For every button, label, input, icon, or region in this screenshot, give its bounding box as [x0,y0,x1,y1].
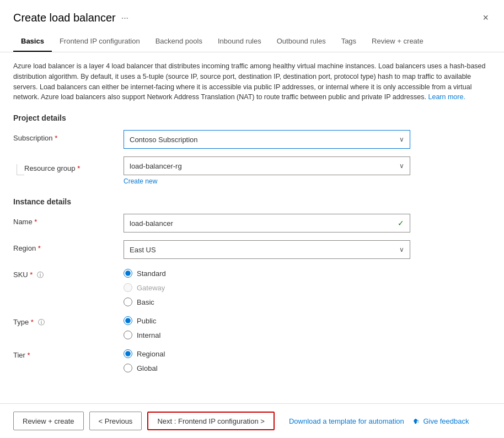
resource-group-label: Resource group * [24,160,80,172]
type-public-radio[interactable] [124,316,132,325]
type-public-option[interactable]: Public [124,316,410,325]
sku-gateway-label: Gateway [137,284,165,292]
sku-standard-label: Standard [137,269,166,278]
rg-chevron-icon: ∨ [399,162,404,170]
type-required: * [31,318,34,326]
tier-required: * [28,351,30,359]
name-row: Name * load-balancer ✓ [13,214,491,232]
sku-basic-radio[interactable] [124,298,132,306]
project-details-title: Project details [13,113,491,122]
instance-details-section: Instance details Name * load-balancer ✓ … [13,197,491,372]
region-required: * [38,244,41,252]
type-row: Type * ⓘ Public Internal [13,314,491,339]
feedback-link[interactable]: 🗣 Give feedback [413,417,469,425]
sku-gateway-option: Gateway [124,283,410,292]
tree-connector [13,160,24,175]
sku-basic-option[interactable]: Basic [124,298,410,306]
subscription-label: Subscription * [13,130,124,142]
learn-more-link[interactable]: Learn more. [428,93,465,101]
name-input[interactable]: load-balancer ✓ [124,214,410,232]
tier-global-label: Global [137,364,158,372]
tier-regional-radio[interactable] [124,349,132,358]
previous-button[interactable]: < Previous [89,412,142,430]
tab-backend-pools[interactable]: Backend pools [148,31,210,52]
sku-radio-group: Standard Gateway Basic [124,267,410,306]
instance-details-title: Instance details [13,197,491,206]
resource-group-select[interactable]: load-balancer-rg ∨ [124,156,410,175]
rg-required: * [77,164,80,172]
dialog-title: Create load balancer [13,12,116,24]
project-details-section: Project details Subscription * Contoso S… [13,113,491,185]
sku-standard-option[interactable]: Standard [124,269,410,278]
name-check-icon: ✓ [398,219,404,228]
next-button[interactable]: Next : Frontend IP configuration > [147,412,275,430]
subscription-row: Subscription * Contoso Subscription ∨ [13,130,491,149]
region-label: Region * [13,240,124,252]
type-internal-label: Internal [137,331,160,339]
sku-row: SKU * ⓘ Standard Gateway [13,267,491,306]
type-radio-group: Public Internal [124,314,410,339]
tier-control: Regional Global [124,347,410,372]
tier-global-option[interactable]: Global [124,364,410,372]
subscription-required: * [55,134,57,142]
header-title-group: Create load balancer ··· [13,12,128,24]
region-select[interactable]: East US ∨ [124,240,410,259]
tab-frontend-ip[interactable]: Frontend IP configuration [52,31,148,52]
create-load-balancer-dialog: Create load balancer ··· × Basics Fronte… [0,0,504,438]
sku-gateway-radio [124,283,132,292]
type-control: Public Internal [124,314,410,339]
resource-group-control: load-balancer-rg ∨ Create new [124,156,410,185]
sku-basic-label: Basic [137,298,154,306]
type-label: Type * ⓘ [13,314,124,327]
region-chevron-icon: ∨ [399,246,404,253]
tier-row: Tier * Regional Global [13,347,491,372]
subscription-chevron-icon: ∨ [399,136,404,143]
tier-radio-group: Regional Global [124,347,410,372]
sku-info-icon[interactable]: ⓘ [37,271,44,279]
create-new-link[interactable]: Create new [124,177,157,185]
resource-group-label-area: Resource group * [13,156,124,175]
tab-outbound-rules[interactable]: Outbound rules [269,31,334,52]
tab-basics[interactable]: Basics [13,31,52,52]
type-internal-option[interactable]: Internal [124,331,410,339]
main-content: Azure load balancer is a layer 4 load ba… [0,52,504,403]
sku-standard-radio[interactable] [124,269,132,278]
close-button[interactable]: × [480,10,491,26]
tab-review-create[interactable]: Review + create [364,31,431,52]
description-text: Azure load balancer is a layer 4 load ba… [13,61,487,102]
review-create-button[interactable]: Review + create [13,412,84,430]
name-label: Name * [13,214,124,226]
tab-tags[interactable]: Tags [334,31,364,52]
type-public-label: Public [137,317,156,325]
name-control: load-balancer ✓ [124,214,410,232]
subscription-select[interactable]: Contoso Subscription ∨ [124,130,410,149]
feedback-icon: 🗣 [413,418,420,425]
tier-regional-option[interactable]: Regional [124,349,410,358]
resource-group-row: Resource group * load-balancer-rg ∨ Crea… [13,156,491,185]
dialog-footer: Review + create < Previous Next : Fronte… [0,403,504,438]
sku-required: * [30,271,33,279]
download-template-link[interactable]: Download a template for automation [289,417,404,425]
tier-regional-label: Regional [137,350,165,358]
sku-control: Standard Gateway Basic [124,267,410,306]
header-ellipsis[interactable]: ··· [121,13,128,23]
dialog-header: Create load balancer ··· × [0,0,504,26]
tier-label: Tier * [13,347,124,359]
region-control: East US ∨ [124,240,410,259]
sku-label: SKU * ⓘ [13,267,124,280]
region-row: Region * East US ∨ [13,240,491,259]
tier-global-radio[interactable] [124,364,132,372]
footer-links: Download a template for automation 🗣 Giv… [289,417,469,425]
type-internal-radio[interactable] [124,331,132,339]
name-required: * [34,218,37,226]
tab-bar: Basics Frontend IP configuration Backend… [0,31,504,52]
subscription-control: Contoso Subscription ∨ [124,130,410,149]
tab-inbound-rules[interactable]: Inbound rules [210,31,269,52]
type-info-icon[interactable]: ⓘ [38,318,45,326]
